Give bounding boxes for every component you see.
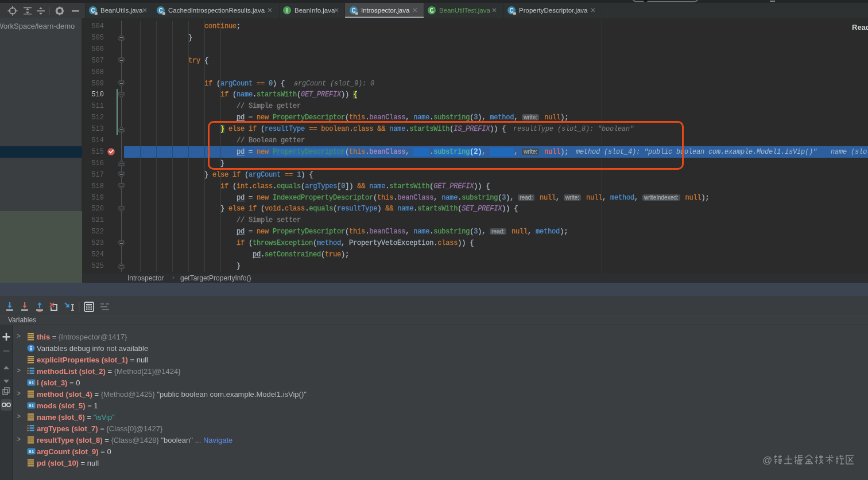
svg-text:01: 01 (29, 403, 34, 408)
svg-text:01: 01 (29, 380, 34, 385)
svg-text:I: I (286, 7, 288, 14)
svg-text:01: 01 (29, 448, 34, 454)
svg-text:@: @ (762, 455, 772, 466)
